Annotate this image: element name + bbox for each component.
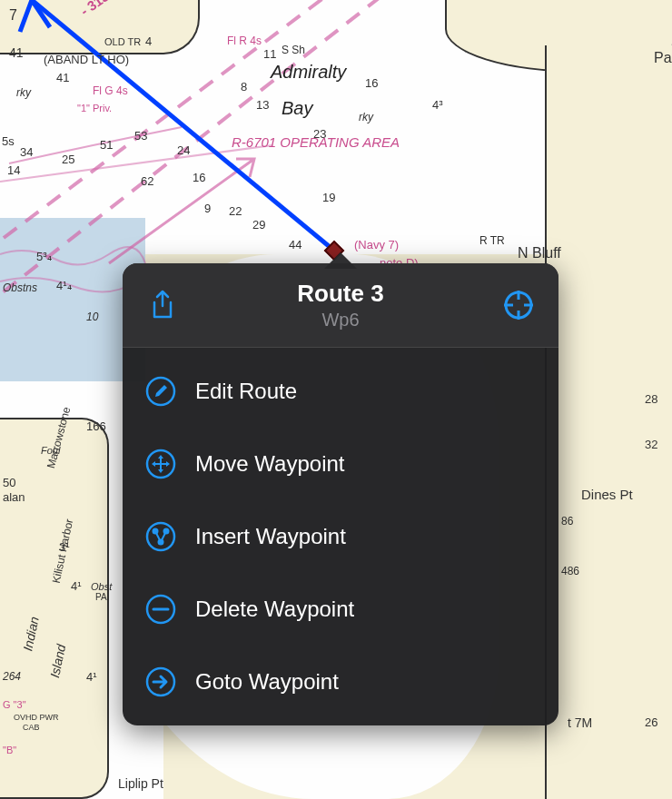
- place-label: Bay: [282, 98, 312, 119]
- depth-label: 4¹: [86, 670, 97, 684]
- depth-label: 24: [177, 143, 190, 157]
- depth-label: 28: [645, 392, 657, 406]
- feature-label: Obst: [91, 581, 112, 592]
- share-button[interactable]: [144, 287, 181, 323]
- pencil-icon: [144, 375, 177, 408]
- depth-label: 14: [7, 163, 20, 177]
- feature-label: rky: [16, 86, 31, 99]
- depth-label: 51: [100, 138, 113, 152]
- land-area: [545, 45, 672, 799]
- depth-label: 53: [134, 129, 147, 143]
- depth-label: 4¹₄: [56, 279, 72, 292]
- feature-label: CAB: [23, 723, 40, 732]
- popover-header: Route 3 Wp6: [123, 263, 558, 348]
- feature-label: "1" Priv.: [77, 103, 112, 113]
- depth-label: 29: [252, 218, 265, 232]
- feature-label: OLD TR: [104, 36, 141, 47]
- depth-label: 86: [561, 515, 573, 528]
- move-icon: [144, 448, 177, 480]
- area-label: R-6701 OPERATING AREA: [232, 134, 400, 150]
- depth-label: 9: [204, 202, 211, 215]
- arrow-right-icon: [144, 666, 177, 698]
- menu-label: Delete Waypoint: [195, 597, 354, 622]
- depth-label: 26: [645, 715, 657, 729]
- depth-label: 62: [141, 174, 153, 188]
- feature-label: S Sh: [282, 44, 305, 56]
- depth-label: 166: [86, 419, 106, 433]
- depth-label: 4¹: [71, 579, 82, 593]
- menu-label: Edit Route: [195, 379, 297, 404]
- feature-label: (ABAND LT HO): [44, 53, 129, 66]
- feature-label: R TR: [479, 234, 505, 247]
- menu-item-edit-route[interactable]: Edit Route: [123, 355, 558, 428]
- menu-item-move-waypoint[interactable]: Move Waypoint: [123, 428, 558, 500]
- insert-icon: [144, 520, 177, 553]
- place-label: Dines Pt: [581, 487, 633, 502]
- menu-label: Move Waypoint: [195, 451, 345, 477]
- depth-label: 5³₄: [36, 250, 52, 263]
- depth-label: 32: [645, 438, 657, 451]
- depth-label: 486: [561, 565, 579, 577]
- feature-label: Fl R 4s: [227, 35, 262, 47]
- place-label: Admiralty: [271, 62, 346, 83]
- target-button[interactable]: [500, 287, 537, 323]
- menu-label: Goto Waypoint: [195, 669, 339, 695]
- depth-label: 4³: [432, 98, 443, 112]
- feature-label: Obstns: [3, 281, 37, 294]
- depth-label: 44: [289, 238, 301, 252]
- depth-label: 16: [193, 171, 205, 184]
- feature-label: rky: [359, 111, 373, 123]
- depth-label: 16: [365, 76, 378, 90]
- depth-label: 264: [3, 670, 21, 683]
- depth-label: 5s: [2, 134, 15, 148]
- feature-label: Pa: [654, 50, 672, 66]
- depth-label: 50: [3, 476, 15, 489]
- depth-label: 25: [62, 153, 74, 166]
- depth-label: 34: [20, 145, 33, 159]
- place-label: N Bluff: [518, 245, 561, 261]
- menu-item-delete-waypoint[interactable]: Delete Waypoint: [123, 573, 558, 646]
- depth-label: 4: [145, 35, 152, 48]
- depth-label: 7: [9, 7, 17, 24]
- minus-icon: [144, 593, 177, 626]
- popover-menu: Edit Route Move Waypoint: [123, 348, 558, 725]
- crosshair-icon: [503, 290, 534, 321]
- route-name: Route 3: [181, 280, 500, 308]
- feature-label: Fl G 4s: [93, 84, 128, 97]
- waypoint-name: Wp6: [181, 310, 500, 330]
- menu-item-insert-waypoint[interactable]: Insert Waypoint: [123, 500, 558, 573]
- feature-label: Foul: [41, 445, 60, 456]
- depth-label: 19: [322, 191, 335, 204]
- share-icon: [149, 290, 176, 321]
- menu-item-goto-waypoint[interactable]: Goto Waypoint: [123, 646, 558, 718]
- feature-label: PA: [95, 592, 107, 602]
- feature-label: (Navy 7): [354, 238, 399, 252]
- popover-title-group: Route 3 Wp6: [181, 280, 500, 330]
- place-label: Liplip Pt: [118, 776, 163, 791]
- svg-point-10: [147, 523, 174, 550]
- feature-label: G "3": [3, 699, 26, 710]
- feature-label: t 7M: [568, 715, 592, 730]
- popover: Route 3 Wp6: [123, 263, 558, 725]
- depth-label: 41: [56, 71, 69, 84]
- depth-label: 13: [256, 98, 269, 112]
- depth-label: 8: [241, 80, 247, 94]
- waypoint-context-menu: Route 3 Wp6: [123, 263, 558, 725]
- depth-label: 11: [263, 47, 276, 61]
- feature-label: "B": [3, 745, 16, 755]
- land-area: [0, 418, 109, 799]
- feature-label: alan: [3, 490, 25, 504]
- menu-label: Insert Waypoint: [195, 524, 346, 549]
- depth-label: 41: [9, 45, 24, 60]
- depth-label: 10: [86, 311, 98, 323]
- feature-label: OVHD PWR: [14, 713, 59, 722]
- depth-label: 22: [229, 204, 242, 218]
